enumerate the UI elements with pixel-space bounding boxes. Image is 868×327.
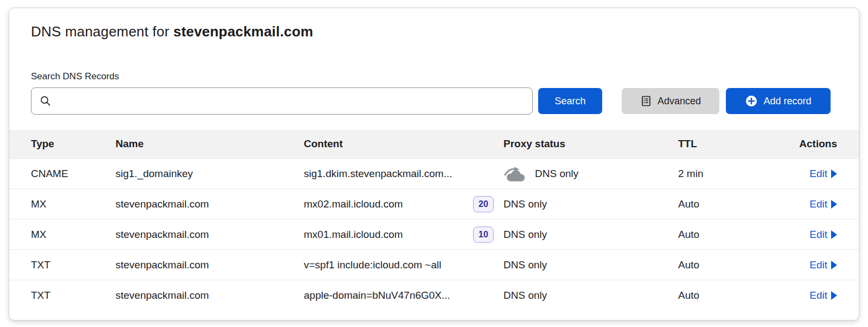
edit-arrow-icon: [831, 169, 837, 178]
mx-priority-badge: 10: [473, 227, 494, 243]
edit-record-link[interactable]: Edit: [809, 168, 837, 180]
advanced-button[interactable]: Advanced: [622, 88, 719, 114]
edit-arrow-icon: [831, 230, 837, 239]
header-content: Content: [304, 138, 503, 150]
edit-record-label: Edit: [809, 229, 827, 241]
header-type: Type: [31, 138, 116, 150]
record-type: CNAME: [31, 168, 116, 180]
edit-record-link[interactable]: Edit: [809, 198, 837, 210]
table-row: CNAME sig1._domainkey sig1.dkim.stevenpa…: [9, 158, 859, 188]
search-toolbar: Search Advanced: [9, 87, 859, 115]
record-proxy-status: DNS only: [535, 168, 578, 180]
record-proxy-status: DNS only: [503, 229, 547, 241]
dns-records-table: Type Name Content Proxy status TTL Actio…: [9, 130, 859, 310]
record-content: mx02.mail.icloud.com: [304, 198, 403, 210]
record-ttl: Auto: [678, 229, 754, 241]
page-title-domain: stevenpackmail.com: [173, 23, 313, 40]
search-button[interactable]: Search: [538, 88, 602, 114]
page-title: DNS management for stevenpackmail.com: [9, 8, 859, 41]
record-type: MX: [31, 229, 116, 241]
edit-arrow-icon: [831, 261, 837, 269]
record-proxy-status: DNS only: [503, 198, 547, 210]
table-row: MX stevenpackmail.com mx02.mail.icloud.c…: [9, 188, 859, 219]
table-row: TXT stevenpackmail.com v=spf1 include:ic…: [9, 249, 859, 280]
edit-record-link[interactable]: Edit: [809, 229, 837, 241]
record-content: sig1.dkim.stevenpackmail.com...: [304, 168, 452, 180]
edit-arrow-icon: [831, 291, 837, 300]
table-header-row: Type Name Content Proxy status TTL Actio…: [9, 130, 859, 158]
plus-circle-icon: [745, 95, 758, 108]
edit-record-link[interactable]: Edit: [809, 259, 837, 271]
edit-record-label: Edit: [809, 290, 827, 301]
record-ttl: 2 min: [678, 168, 754, 180]
record-name: stevenpackmail.com: [116, 229, 304, 241]
edit-record-label: Edit: [809, 259, 827, 271]
add-record-button[interactable]: Add record: [726, 88, 831, 114]
record-ttl: Auto: [678, 198, 754, 210]
dns-only-cloud-icon: [503, 165, 527, 183]
advanced-button-label: Advanced: [658, 96, 701, 107]
record-name: stevenpackmail.com: [116, 259, 304, 271]
header-name: Name: [116, 138, 304, 150]
add-record-button-label: Add record: [763, 96, 811, 107]
edit-record-label: Edit: [809, 168, 827, 180]
search-input[interactable]: [52, 88, 525, 114]
table-row: MX stevenpackmail.com mx01.mail.icloud.c…: [9, 219, 859, 249]
header-proxy-status: Proxy status: [503, 138, 678, 150]
search-icon: [39, 95, 52, 108]
record-name: stevenpackmail.com: [116, 290, 304, 301]
search-label: Search DNS Records: [31, 71, 837, 82]
record-name: stevenpackmail.com: [116, 198, 304, 210]
page-title-prefix: DNS management for: [31, 23, 173, 40]
header-actions: Actions: [754, 138, 837, 150]
edit-record-link[interactable]: Edit: [809, 290, 837, 301]
record-type: TXT: [31, 290, 116, 301]
record-name: sig1._domainkey: [116, 168, 304, 180]
record-type: MX: [31, 198, 116, 210]
record-content: v=spf1 include:icloud.com ~all: [304, 259, 441, 271]
record-type: TXT: [31, 259, 116, 271]
edit-arrow-icon: [831, 200, 837, 209]
dns-management-card: DNS management for stevenpackmail.com Se…: [9, 8, 859, 320]
search-input-container[interactable]: [31, 87, 533, 115]
record-proxy-status: DNS only: [503, 290, 547, 301]
record-content: apple-domain=bNuV47n6G0X...: [304, 290, 450, 301]
record-content: mx01.mail.icloud.com: [304, 229, 403, 241]
table-row: TXT stevenpackmail.com apple-domain=bNuV…: [9, 280, 859, 310]
header-ttl: TTL: [678, 138, 754, 150]
record-ttl: Auto: [678, 259, 754, 271]
mx-priority-badge: 20: [473, 196, 494, 212]
record-ttl: Auto: [678, 290, 754, 301]
edit-record-label: Edit: [809, 198, 827, 210]
list-document-icon: [640, 95, 652, 107]
record-proxy-status: DNS only: [503, 259, 547, 271]
